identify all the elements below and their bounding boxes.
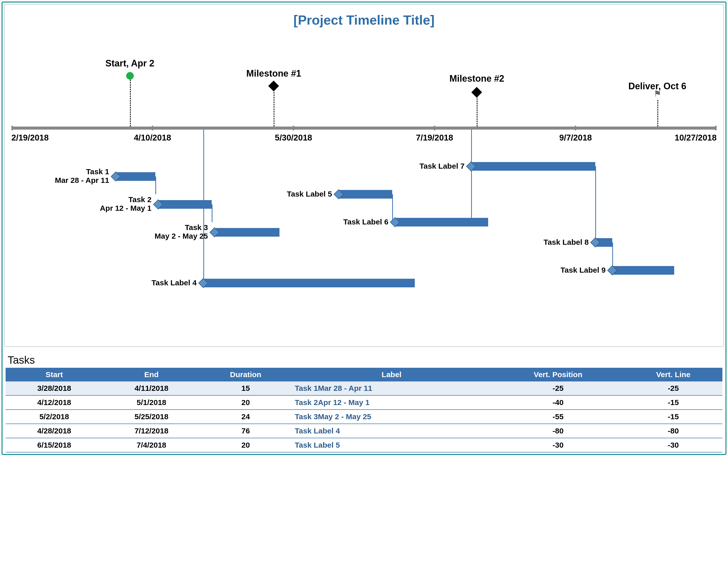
tasks-table: StartEndDurationLabelVert. PositionVert.… bbox=[6, 368, 722, 452]
table-col-header: Vert. Line bbox=[624, 368, 722, 381]
table-cell: 5/1/2018 bbox=[103, 395, 200, 410]
task-bar bbox=[214, 228, 279, 237]
table-cell: 4/28/2018 bbox=[6, 424, 103, 438]
table-col-header: Vert. Position bbox=[492, 368, 624, 381]
task-bar bbox=[471, 162, 595, 171]
finish-flag-icon: ⚑ bbox=[654, 89, 661, 99]
milestone-line bbox=[477, 96, 477, 127]
table-cell: -15 bbox=[624, 410, 722, 424]
table-row: 6/15/20187/4/201820Task Label 5-30-30 bbox=[6, 438, 722, 452]
table-cell: -30 bbox=[492, 438, 624, 452]
table-row: 5/2/20185/25/201824Task 3May 2 - May 25-… bbox=[6, 410, 722, 424]
axis-tick-label: 4/10/2018 bbox=[134, 133, 171, 143]
axis-tick-label: 10/27/2018 bbox=[675, 133, 717, 143]
task-bar bbox=[339, 190, 392, 199]
task-label: Task Label 5 bbox=[11, 190, 332, 198]
table-cell: 4/11/2018 bbox=[103, 381, 200, 395]
milestone-label: Milestone #1 bbox=[246, 68, 301, 79]
table-cell: 5/2/2018 bbox=[6, 410, 103, 424]
table-cell: 76 bbox=[200, 424, 291, 438]
task-label: Task Label 7 bbox=[11, 162, 465, 171]
table-row: 4/12/20185/1/201820Task 2Apr 12 - May 1-… bbox=[6, 395, 722, 410]
axis-tick-label: 9/7/2018 bbox=[559, 133, 592, 143]
table-cell: 5/25/2018 bbox=[103, 410, 200, 424]
table-cell: -80 bbox=[624, 424, 722, 438]
milestone-line bbox=[657, 100, 658, 127]
table-cell: -30 bbox=[624, 438, 722, 452]
milestone-label: Milestone #2 bbox=[449, 73, 504, 84]
task-connector bbox=[471, 130, 472, 222]
table-cell: 3/28/2018 bbox=[6, 381, 103, 395]
task-bar bbox=[116, 172, 155, 181]
task-connector bbox=[392, 194, 393, 222]
table-cell: 15 bbox=[200, 381, 291, 395]
table-cell: -55 bbox=[492, 410, 624, 424]
table-cell: 20 bbox=[200, 395, 291, 410]
table-col-header: Label bbox=[291, 368, 492, 381]
table-cell: 24 bbox=[200, 410, 291, 424]
milestone-label: Start, Apr 2 bbox=[105, 58, 154, 69]
chart-title: [Project Timeline Title] bbox=[11, 12, 717, 28]
axis-tick-label: 7/19/2018 bbox=[416, 133, 453, 143]
table-cell: 20 bbox=[200, 438, 291, 452]
milestone-line bbox=[274, 90, 274, 127]
table-col-header: Duration bbox=[200, 368, 291, 381]
table-cell: -80 bbox=[492, 424, 624, 438]
milestone-diamond-icon bbox=[471, 87, 482, 98]
task-bar bbox=[203, 279, 415, 287]
table-header-row: StartEndDurationLabelVert. PositionVert.… bbox=[6, 368, 722, 381]
table-cell: -15 bbox=[624, 395, 722, 410]
table-cell: 6/15/2018 bbox=[6, 438, 103, 452]
table-cell: Task 2Apr 12 - May 1 bbox=[291, 395, 492, 410]
table-cell: 7/4/2018 bbox=[103, 438, 200, 452]
task-label: Task Label 9 bbox=[11, 266, 606, 275]
axis-tick-label: 2/19/2018 bbox=[11, 133, 49, 143]
table-cell: -40 bbox=[492, 395, 624, 410]
table-cell: 4/12/2018 bbox=[6, 395, 103, 410]
task-label: Task Label 6 bbox=[11, 218, 388, 226]
task-connector bbox=[595, 166, 596, 243]
table-cell: -25 bbox=[492, 381, 624, 395]
milestone-line bbox=[130, 80, 131, 127]
table-body: 3/28/20184/11/201815Task 1Mar 28 - Apr 1… bbox=[6, 381, 722, 452]
milestone-diamond-icon bbox=[268, 81, 279, 91]
table-row: 4/28/20187/12/201876Task Label 4-80-80 bbox=[6, 424, 722, 438]
start-circle-icon bbox=[126, 72, 134, 80]
table-cell: 7/12/2018 bbox=[103, 424, 200, 438]
table-row: 3/28/20184/11/201815Task 1Mar 28 - Apr 1… bbox=[6, 381, 722, 395]
table-cell: Task Label 4 bbox=[291, 424, 492, 438]
task-bar bbox=[612, 266, 674, 275]
table-cell: Task Label 5 bbox=[291, 438, 492, 452]
chart-container: [Project Timeline Title] 2/19/20184/10/2… bbox=[4, 4, 724, 347]
table-cell: -25 bbox=[624, 381, 722, 395]
axis-tick-label: 5/30/2018 bbox=[275, 133, 312, 143]
task-connector bbox=[203, 130, 204, 283]
table-cell: Task 3May 2 - May 25 bbox=[291, 410, 492, 424]
task-label: Task Label 4 bbox=[11, 279, 197, 287]
task-label: Task Label 8 bbox=[11, 238, 589, 247]
table-col-header: End bbox=[103, 368, 200, 381]
tasks-heading: Tasks bbox=[8, 354, 724, 366]
table-col-header: Start bbox=[6, 368, 103, 381]
timeline-chart: 2/19/20184/10/20185/30/20187/19/20189/7/… bbox=[11, 35, 717, 334]
task-bar bbox=[395, 218, 488, 227]
table-cell: Task 1Mar 28 - Apr 11 bbox=[291, 381, 492, 395]
timeline-axis bbox=[11, 127, 717, 130]
